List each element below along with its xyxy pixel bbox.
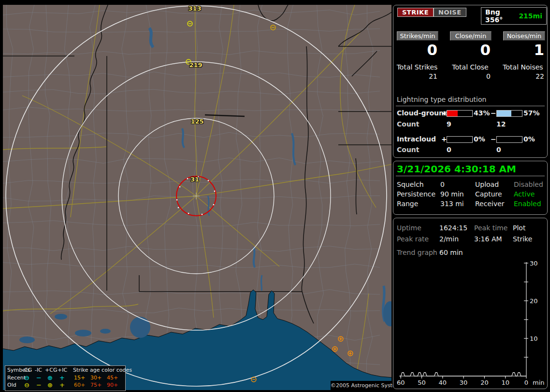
status-panel: 3/21/2026 4:30:18 AM Squelch 0 Upload Di… xyxy=(393,161,548,215)
ic-pos-bar xyxy=(447,136,473,143)
noise-toggle-button[interactable]: NOISE xyxy=(434,8,466,17)
capture-label: Capture xyxy=(475,190,502,198)
peak-time-value: 3:16 AM xyxy=(474,235,502,243)
total-close-label: Total Close xyxy=(448,63,493,71)
noise-dot xyxy=(214,191,215,192)
strikes-per-min-value: 0 xyxy=(397,41,437,58)
recent-pic-icon: + xyxy=(59,375,65,381)
ic-neg-count: 0 xyxy=(496,146,501,154)
datetime-display: 3/21/2026 4:30:18 AM xyxy=(397,163,516,175)
age-60: 60+ xyxy=(74,382,85,389)
squelch-label: Squelch xyxy=(397,181,424,188)
svg-text:min: min xyxy=(533,379,545,386)
recent-ncg-icon: ⊖ xyxy=(24,375,29,381)
peak-rate-value: 2/min xyxy=(439,235,459,243)
noise-dot xyxy=(198,176,199,177)
noise-dot xyxy=(178,207,179,208)
age-75: 75+ xyxy=(90,382,101,389)
plot-label: Plot xyxy=(513,224,525,232)
noise-dot xyxy=(213,204,214,205)
svg-text:10: 10 xyxy=(530,335,538,342)
bearing-readout: Bng 356° 215mi xyxy=(481,7,547,25)
svg-text:40: 40 xyxy=(439,379,447,386)
cg-neg-pct: 57% xyxy=(523,109,540,117)
old-ncg-icon: ⊖ xyxy=(24,382,29,389)
cg-count-label: Count xyxy=(397,120,420,128)
trend-line xyxy=(400,373,526,376)
age-90: 90+ xyxy=(107,382,118,389)
cg-pos-bar xyxy=(447,110,473,117)
noise-dot xyxy=(188,213,189,214)
svg-text:30: 30 xyxy=(530,260,538,267)
ic-count-label: Count xyxy=(397,146,420,154)
ic-pos-pct: 0% xyxy=(474,135,485,143)
cloud-ground-label: Cloud-ground xyxy=(397,109,449,117)
ic-neg-bar xyxy=(496,136,522,143)
cg-neg-count: 12 xyxy=(496,120,506,128)
ic-pos-count: 0 xyxy=(447,146,451,154)
svg-text:10: 10 xyxy=(501,379,509,386)
cg-pos-pct: 43% xyxy=(474,109,490,117)
svg-text:60: 60 xyxy=(397,379,405,386)
noise-dot xyxy=(208,180,209,181)
peak-time-label: Peak time xyxy=(474,224,507,232)
total-strikes-label: Total Strikes xyxy=(394,63,440,71)
legend-col-nic: -IC xyxy=(35,367,42,374)
persistence-label: Persistence xyxy=(397,190,435,198)
bearing-label: Bng 356° xyxy=(485,8,519,24)
trend-graph-window: 60 min xyxy=(439,249,463,256)
legend-col-pic: +IC xyxy=(58,367,67,374)
legend-col-pcg: +CG xyxy=(45,367,57,374)
close-per-min-label: Close/min xyxy=(450,31,492,41)
strikes-per-min-label: Strikes/min xyxy=(397,31,438,41)
svg-text:30: 30 xyxy=(460,379,468,386)
distribution-title: Lightning type distribution xyxy=(397,96,486,103)
bearing-distance: 215mi xyxy=(519,12,542,20)
noise-dot xyxy=(187,178,188,179)
svg-text:20: 20 xyxy=(480,379,489,386)
intracloud-label: Intracloud xyxy=(397,135,436,143)
upload-label: Upload xyxy=(475,181,499,188)
distribution-divider xyxy=(396,106,545,106)
old-nic-icon: − xyxy=(36,382,42,389)
close-per-min-value: 0 xyxy=(450,41,491,58)
legend-age-title: Strike age color codes xyxy=(73,367,132,374)
cg-pos-count: 9 xyxy=(447,120,451,128)
age-15: 15+ xyxy=(74,375,85,381)
old-pcg-icon: ⊕ xyxy=(47,382,53,389)
capture-status: Active xyxy=(514,190,535,198)
map-canvas[interactable] xyxy=(3,5,391,390)
datetime-divider xyxy=(396,176,545,176)
recent-nic-icon: − xyxy=(36,375,42,381)
noise-dot xyxy=(202,214,203,215)
plot-value: Strike xyxy=(513,235,532,243)
counters-panel: STRIKE NOISE Bng 356° 215mi Strikes/min … xyxy=(393,5,548,158)
age-45: 45+ xyxy=(107,375,118,381)
trend-graph: 6050403020100min102030 xyxy=(393,256,547,389)
upload-status: Disabled xyxy=(514,181,543,188)
ic-minus-sign: − xyxy=(491,135,496,143)
peak-rate-label: Peak rate xyxy=(397,235,429,243)
strike-toggle-button[interactable]: STRIKE xyxy=(397,8,434,17)
svg-text:50: 50 xyxy=(418,379,426,386)
persistence-value: 90 min xyxy=(440,190,464,198)
noises-per-min-value: 1 xyxy=(503,41,544,58)
uptime-value: 1624:15 xyxy=(439,224,467,232)
total-close-value: 0 xyxy=(450,72,491,80)
uptime-label: Uptime xyxy=(397,224,421,232)
age-30: 30+ xyxy=(90,375,101,381)
total-noises-label: Total Noises xyxy=(500,63,546,71)
lightning-map[interactable]: 31321912531 Symbols -CG -IC +CG +IC Stri… xyxy=(3,5,391,390)
noise-dot xyxy=(179,186,180,187)
noise-dot xyxy=(176,199,177,200)
svg-text:0: 0 xyxy=(524,379,528,386)
range-label: Range xyxy=(397,200,418,208)
total-noises-value: 22 xyxy=(503,72,544,80)
receiver-label: Receiver xyxy=(475,200,505,208)
ic-neg-pct: 0% xyxy=(523,135,535,143)
squelch-value: 0 xyxy=(440,181,445,188)
range-value: 313 mi xyxy=(440,200,464,208)
copyright-notice: ©2005 Astrogenic Systems xyxy=(331,381,392,390)
recent-pcg-icon: ⊕ xyxy=(47,375,53,381)
trend-panel: Uptime 1624:15 Peak time Plot Peak rate … xyxy=(393,218,548,389)
